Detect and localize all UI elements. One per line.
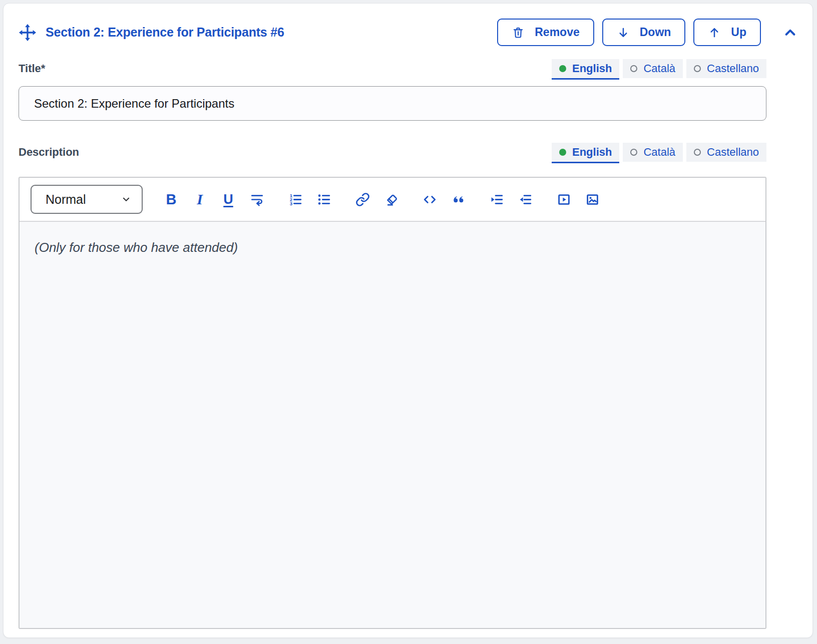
- language-tab-label: English: [572, 146, 612, 159]
- italic-icon: I: [197, 191, 203, 208]
- unordered-list-icon: [317, 192, 331, 207]
- toolbar-group-text-style: B I U: [164, 189, 264, 209]
- bold-icon: B: [166, 191, 177, 208]
- language-tab-catala[interactable]: Català: [623, 143, 683, 162]
- language-tab-english[interactable]: English: [552, 143, 619, 162]
- title-field-head: Title* English Català Castellano: [19, 59, 766, 78]
- editor-content-area[interactable]: (Only for those who have attended): [20, 222, 765, 628]
- toolbar-group-link: [355, 189, 398, 209]
- underline-button[interactable]: U: [221, 189, 236, 209]
- remove-button-label: Remove: [535, 26, 579, 39]
- move-up-button[interactable]: Up: [693, 19, 761, 46]
- unordered-list-button[interactable]: [316, 189, 331, 209]
- toolbar-group-lists: 123: [288, 189, 331, 209]
- editor-text: (Only for those who have attended): [35, 240, 750, 255]
- indent-button[interactable]: [489, 189, 504, 209]
- arrow-down-icon: [617, 26, 630, 39]
- language-tab-label: Català: [643, 146, 675, 159]
- language-tab-label: Castellano: [707, 146, 759, 159]
- inactive-language-dot: [694, 65, 701, 72]
- trash-icon: [512, 26, 525, 39]
- editor-toolbar: Normal B I U: [20, 178, 765, 222]
- down-button-label: Down: [640, 26, 671, 39]
- arrow-up-icon: [708, 26, 721, 39]
- collapse-section-button[interactable]: [783, 25, 797, 40]
- outdent-button[interactable]: [518, 189, 533, 209]
- language-tab-label: Català: [643, 62, 675, 75]
- code-icon: [423, 192, 437, 207]
- video-icon: [557, 192, 571, 207]
- language-tab-label: Castellano: [707, 62, 759, 75]
- toolbar-group-media: [556, 189, 600, 209]
- format-selector-value: Normal: [46, 192, 86, 207]
- move-down-button[interactable]: Down: [602, 19, 686, 46]
- language-tab-label: English: [572, 62, 612, 75]
- underline-icon: U: [223, 192, 233, 207]
- eraser-icon: [384, 192, 398, 207]
- chevron-down-icon: [121, 194, 132, 205]
- image-icon: [585, 192, 600, 207]
- section-header: Section 2: Experience for Participants #…: [19, 19, 797, 46]
- format-selector[interactable]: Normal: [31, 185, 143, 214]
- move-icon: [19, 24, 37, 42]
- inactive-language-dot: [694, 149, 701, 156]
- toolbar-group-blocks: [422, 189, 466, 209]
- toolbar-group-indent: [489, 189, 533, 209]
- remove-format-button[interactable]: [383, 189, 398, 209]
- inactive-language-dot: [630, 149, 637, 156]
- insert-video-button[interactable]: [556, 189, 571, 209]
- chevron-up-icon: [783, 25, 797, 40]
- code-view-button[interactable]: [422, 189, 437, 209]
- description-label: Description: [19, 146, 79, 159]
- section-card: Section 2: Experience for Participants #…: [3, 3, 813, 638]
- text-wrap-button[interactable]: [249, 189, 264, 209]
- italic-button[interactable]: I: [192, 189, 207, 209]
- quote-icon: [451, 192, 466, 207]
- language-tab-castellano[interactable]: Castellano: [686, 143, 766, 162]
- indent-icon: [490, 192, 504, 207]
- outdent-icon: [518, 192, 533, 207]
- bold-button[interactable]: B: [164, 189, 179, 209]
- ordered-list-icon: 123: [288, 192, 303, 207]
- link-icon: [355, 192, 370, 207]
- language-tab-english[interactable]: English: [552, 59, 619, 78]
- active-language-dot: [559, 149, 566, 156]
- description-language-tabs: English Català Castellano: [552, 143, 766, 162]
- title-input[interactable]: [19, 86, 766, 121]
- inactive-language-dot: [630, 65, 637, 72]
- description-field-head: Description English Català Castellano: [19, 143, 766, 162]
- remove-button[interactable]: Remove: [497, 19, 594, 46]
- description-editor: Normal B I U: [19, 177, 766, 629]
- section-title: Section 2: Experience for Participants #…: [46, 25, 284, 40]
- title-label: Title*: [19, 62, 45, 75]
- drag-handle[interactable]: [19, 24, 37, 42]
- ordered-list-button[interactable]: 123: [288, 189, 303, 209]
- link-button[interactable]: [355, 189, 370, 209]
- text-wrap-icon: [250, 192, 264, 207]
- up-button-label: Up: [731, 26, 746, 39]
- title-language-tabs: English Català Castellano: [552, 59, 766, 78]
- language-tab-catala[interactable]: Català: [623, 59, 683, 78]
- active-language-dot: [559, 65, 566, 72]
- insert-image-button[interactable]: [585, 189, 600, 209]
- blockquote-button[interactable]: [451, 189, 466, 209]
- language-tab-castellano[interactable]: Castellano: [686, 59, 766, 78]
- header-actions: Remove Down Up: [497, 19, 797, 46]
- svg-text:3: 3: [289, 200, 292, 206]
